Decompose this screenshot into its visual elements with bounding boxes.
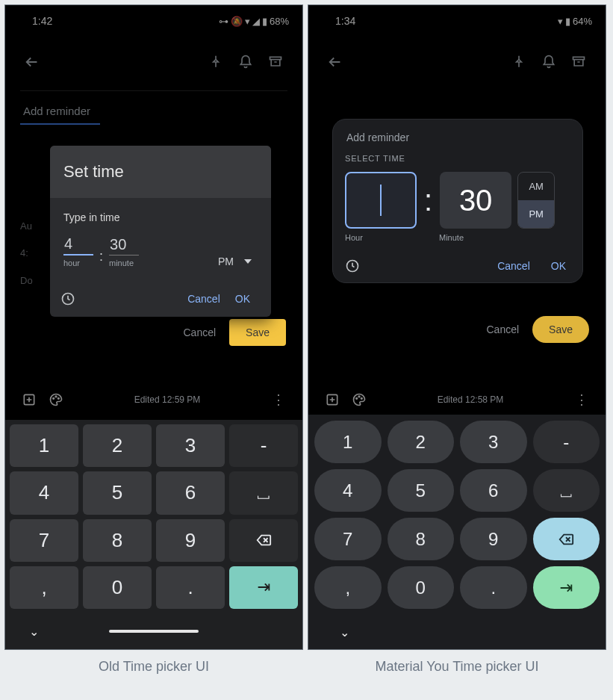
- key-space[interactable]: ⎵: [533, 469, 600, 512]
- add-box-icon[interactable]: [16, 392, 43, 407]
- editor-toolbar: Edited 12:59 PM ⋮: [5, 385, 302, 415]
- key-1[interactable]: 1: [314, 421, 382, 463]
- key-6[interactable]: 6: [460, 469, 527, 512]
- ampm-toggle: AM PM: [517, 172, 555, 229]
- cancel-button[interactable]: Cancel: [187, 293, 220, 305]
- page-cancel-button[interactable]: Cancel: [486, 323, 519, 335]
- time-colon: :: [98, 249, 105, 267]
- key-dash[interactable]: -: [229, 424, 298, 467]
- key-period[interactable]: .: [460, 566, 527, 609]
- text-caret: [380, 185, 382, 216]
- more-icon[interactable]: ⋮: [265, 391, 292, 408]
- key-comma[interactable]: ,: [10, 566, 78, 609]
- chevron-down-icon[interactable]: ⌄: [29, 625, 39, 639]
- chevron-down-icon[interactable]: ⌄: [340, 625, 349, 639]
- minute-label: Minute: [439, 233, 511, 242]
- key-7[interactable]: 7: [314, 518, 382, 560]
- am-option[interactable]: AM: [518, 173, 554, 200]
- ok-button[interactable]: OK: [235, 293, 261, 305]
- dialog-subtitle: Type in time: [63, 211, 258, 223]
- clock-icon[interactable]: [60, 291, 75, 306]
- keyboard-old: 1 2 3 - 4 5 6 ⎵ 7 8 9 , 0 .: [5, 420, 302, 649]
- hour-field[interactable]: [345, 172, 417, 229]
- minute-label: minute: [109, 258, 139, 267]
- palette-icon[interactable]: [43, 392, 69, 407]
- key-8[interactable]: 8: [388, 518, 455, 560]
- svg-point-4: [55, 396, 57, 397]
- key-3[interactable]: 3: [460, 421, 527, 463]
- svg-point-5: [58, 398, 60, 400]
- key-4[interactable]: 4: [10, 471, 78, 514]
- key-5[interactable]: 5: [83, 471, 152, 514]
- minute-field[interactable]: 30: [440, 172, 511, 229]
- edited-timestamp: Edited 12:58 PM: [373, 394, 568, 405]
- clock-icon[interactable]: [345, 258, 360, 273]
- svg-point-11: [361, 398, 363, 400]
- key-5[interactable]: 5: [388, 469, 455, 512]
- caption-new: Material You Time picker UI: [308, 650, 606, 675]
- nav-bar: ⌄: [308, 615, 606, 649]
- key-1[interactable]: 1: [10, 424, 78, 467]
- phone-new: 1:34 ▾ ▮ 64% Cancel Sav: [308, 4, 606, 650]
- page-save-button[interactable]: Save: [229, 319, 286, 346]
- ampm-value: PM: [218, 255, 234, 267]
- ampm-dropdown[interactable]: PM: [218, 255, 258, 267]
- key-4[interactable]: 4: [314, 469, 382, 512]
- key-9[interactable]: 9: [460, 518, 527, 560]
- page-buttons: Cancel Save: [486, 316, 589, 343]
- hour-label: Hour: [345, 233, 417, 242]
- editor-toolbar: Edited 12:58 PM ⋮: [308, 385, 606, 415]
- time-picker-dialog-new: Add reminder SELECT TIME : 30 AM PM Hour…: [332, 119, 583, 283]
- page-cancel-button[interactable]: Cancel: [183, 326, 216, 338]
- key-backspace[interactable]: [533, 518, 600, 560]
- phone-old: 1:42 ⊶ 🔕 ▾ ◢ ▮ 68%: [4, 4, 303, 650]
- svg-point-10: [358, 396, 360, 397]
- field-labels: Hour Minute: [345, 233, 570, 242]
- hour-label: hour: [63, 258, 93, 267]
- page-buttons: Cancel Save: [183, 319, 286, 346]
- key-backspace[interactable]: [229, 519, 298, 562]
- cancel-button[interactable]: Cancel: [497, 260, 530, 272]
- key-period[interactable]: .: [156, 566, 225, 609]
- key-space[interactable]: ⎵: [229, 471, 298, 514]
- minute-input[interactable]: [109, 235, 139, 255]
- ok-button[interactable]: OK: [551, 260, 566, 272]
- key-9[interactable]: 9: [156, 519, 225, 562]
- svg-point-3: [53, 398, 55, 400]
- add-box-icon[interactable]: [319, 392, 346, 407]
- key-3[interactable]: 3: [156, 424, 225, 467]
- nav-pill[interactable]: [109, 630, 199, 633]
- more-icon[interactable]: ⋮: [568, 391, 595, 408]
- dialog-title: Set time: [50, 146, 271, 198]
- keyboard-new: 1 2 3 - 4 5 6 ⎵ 7 8 9 , 0 .: [308, 415, 606, 649]
- chevron-down-icon: [244, 259, 252, 264]
- nav-bar: ⌄: [5, 613, 302, 649]
- key-next[interactable]: [229, 566, 298, 609]
- key-2[interactable]: 2: [83, 424, 152, 467]
- time-colon: :: [423, 172, 434, 229]
- reminder-heading: Add reminder: [345, 127, 570, 154]
- key-next[interactable]: [533, 566, 600, 609]
- select-time-label: SELECT TIME: [345, 154, 570, 172]
- hour-input[interactable]: [63, 234, 93, 255]
- key-dash[interactable]: -: [533, 421, 600, 463]
- page-save-button[interactable]: Save: [532, 316, 589, 343]
- key-8[interactable]: 8: [83, 519, 152, 562]
- pm-option[interactable]: PM: [518, 200, 554, 228]
- svg-point-9: [356, 398, 358, 400]
- edited-timestamp: Edited 12:59 PM: [69, 394, 265, 405]
- caption-old: Old Time picker UI: [4, 650, 303, 675]
- key-2[interactable]: 2: [388, 421, 455, 463]
- key-0[interactable]: 0: [388, 566, 455, 609]
- key-comma[interactable]: ,: [314, 566, 382, 609]
- key-7[interactable]: 7: [10, 519, 78, 562]
- key-0[interactable]: 0: [83, 566, 152, 609]
- palette-icon[interactable]: [346, 392, 373, 407]
- time-picker-dialog-old: Set time Type in time hour : minute PM: [50, 146, 271, 317]
- key-6[interactable]: 6: [156, 471, 225, 514]
